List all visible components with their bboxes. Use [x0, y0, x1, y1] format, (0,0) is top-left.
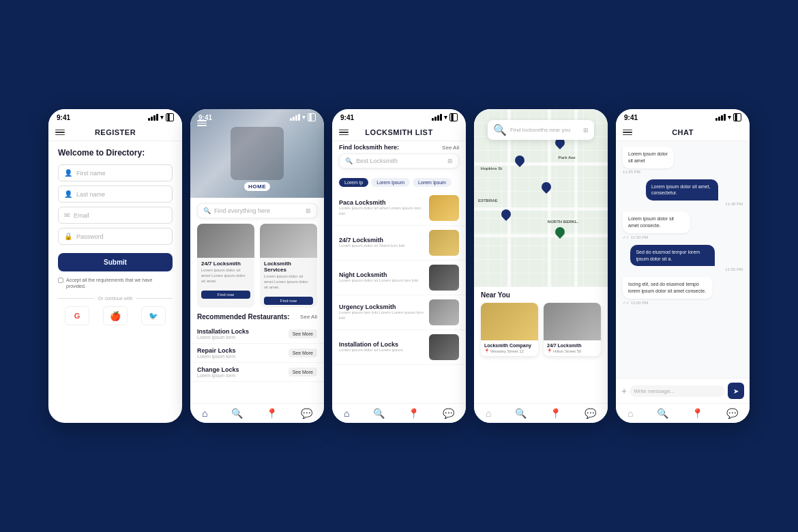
recommended-header: Recommended Restaurants: See All — [190, 313, 324, 321]
locksmith-info-3: Urgency Locksmith Lorem ipsum lorn loki … — [339, 304, 425, 321]
home-search-bar[interactable]: 🔍 Find everything here ⊞ — [197, 203, 317, 218]
send-button[interactable]: ➤ — [728, 383, 744, 399]
signal-bar-1 — [148, 118, 150, 121]
battery-icon-3: ▌ — [449, 113, 458, 121]
password-placeholder: Password — [76, 233, 104, 240]
welcome-text: Welcome to Directory: — [58, 148, 173, 158]
recommended-see-all[interactable]: See All — [300, 314, 317, 320]
search-nav-icon-4[interactable]: 🔍 — [515, 408, 527, 419]
list-item-sub-2: Lorem ipsum lorm — [197, 354, 236, 359]
location-nav-icon-4[interactable]: 📍 — [550, 408, 561, 419]
card-img-1 — [197, 224, 254, 258]
home-nav-icon-5[interactable]: ⌂ — [627, 408, 633, 419]
home-nav-icon-2[interactable]: ⌂ — [202, 408, 207, 419]
email-field[interactable]: ✉ Email — [58, 207, 173, 224]
see-more-btn-2[interactable]: See More — [289, 349, 317, 357]
near-card-body-1: 24/7 Locksmith 📍 Hilton Street 50 — [544, 340, 601, 356]
status-time-5: 9:41 — [624, 114, 638, 121]
locksmith-list-items: Paca Locksmith Lorem ipsum dolor sit ame… — [332, 191, 466, 403]
hamburger-menu-3[interactable] — [339, 130, 349, 136]
status-icons-5: ▾ ▌ — [715, 113, 741, 121]
nav-title-5: CHAT — [632, 128, 733, 136]
locksmith-search-bar[interactable]: 🔍 Best Locksmith ⊞ — [339, 153, 459, 168]
near-card-addr-0: 📍 Weasley Street 12 — [484, 349, 535, 353]
firstname-field[interactable]: 👤 First name — [58, 164, 173, 181]
card-desc-1: Lorem ipsum dolor sit amet Lorem ipsum d… — [201, 268, 250, 284]
nav-bar-1: REGISTER — [48, 124, 182, 141]
locksmith-name-0: Paca Locksmith — [339, 199, 425, 206]
locksmith-info-0: Paca Locksmith Lorem ipsum dolor sit ame… — [339, 199, 425, 217]
google-button[interactable]: G — [65, 306, 89, 325]
hamburger-menu-5[interactable] — [623, 130, 632, 136]
signal-bars-5 — [715, 114, 726, 121]
home-nav-icon-3[interactable]: ⌂ — [344, 408, 349, 419]
search-placeholder-home: Find everything here — [214, 207, 302, 214]
msg-wrapper-3: Sed do eiusmod tempor lorem ipsum dolor … — [630, 245, 743, 272]
chip-2[interactable]: Lorem Ipsum — [413, 178, 452, 187]
lock-icon: 🔒 — [64, 233, 72, 240]
apple-button[interactable]: 🍎 — [103, 306, 128, 325]
card-btn-2[interactable]: Find now — [264, 297, 313, 305]
chat-nav-icon-2[interactable]: 💬 — [301, 408, 312, 419]
map-road-h3 — [474, 234, 608, 237]
locksmith-desc-4: Lorem ipsum dolor sit Lorem ipsum — [339, 348, 425, 353]
filter-icon-locksmith: ⊞ — [447, 158, 453, 164]
msg-time-2: ✓✓ 11:50 PM — [623, 235, 713, 239]
status-bar-3: 9:41 ▾ ▌ — [332, 109, 466, 124]
location-nav-icon-3[interactable]: 📍 — [408, 408, 419, 419]
signal-bar-4 — [156, 114, 158, 121]
twitter-button[interactable]: 🐦 — [141, 306, 166, 325]
envelope-icon: ✉ — [64, 211, 70, 219]
password-field[interactable]: 🔒 Password — [58, 228, 173, 245]
location-nav-icon-2[interactable]: 📍 — [266, 408, 278, 419]
home-nav-icon-4[interactable]: ⌂ — [486, 408, 491, 419]
filter-chips: Lorem lp Lorem Ipsum Lorem Ipsum — [332, 178, 466, 187]
chat-nav-icon-5[interactable]: 💬 — [726, 408, 738, 419]
search-nav-icon-5[interactable]: 🔍 — [657, 408, 668, 419]
terms-checkbox[interactable] — [58, 278, 63, 283]
chat-nav-icon-3[interactable]: 💬 — [443, 408, 454, 419]
card-body-2: Locksmith Services Lorem ipsum dolor sit… — [260, 258, 317, 308]
msg-time-4: ✓✓ 12:00 PM — [623, 300, 743, 305]
see-more-btn-3[interactable]: See More — [289, 368, 317, 376]
near-card-name-1: 24/7 Locksmith — [547, 343, 597, 348]
map-pin-4 — [501, 207, 512, 221]
bottom-nav-5: ⌂ 🔍 📍 💬 — [616, 403, 750, 423]
near-you-title: Near You — [481, 291, 601, 299]
map-road-h2 — [474, 207, 608, 211]
hamburger-menu-2[interactable] — [197, 120, 207, 126]
submit-button[interactable]: Submit — [58, 253, 173, 271]
card-btn-1[interactable]: Find now — [201, 291, 250, 299]
see-more-btn-1[interactable]: See More — [289, 329, 317, 338]
home-label-badge: HOME — [244, 179, 270, 191]
locksmith-img-1 — [429, 230, 459, 256]
search-nav-icon-3[interactable]: 🔍 — [373, 408, 385, 419]
status-time-1: 9:41 — [57, 114, 70, 121]
chip-1[interactable]: Lorem Ipsum — [371, 178, 410, 187]
location-nav-icon-5[interactable]: 📍 — [692, 408, 703, 419]
phones-container: 9:41 ▾ ▌ REGISTER Welcome to Directory: — [35, 95, 763, 437]
hamburger-menu-1[interactable] — [55, 130, 65, 136]
phone-locksmith-list: 9:41 ▾ ▌ LOCKSMITH LIST Find locksmit — [332, 109, 466, 423]
nav-bar-5: CHAT — [616, 124, 750, 141]
locksmith-desc-1: Lorem ipsum dolor sit Sitent lorn loki — [339, 243, 425, 249]
chat-nav-icon-4[interactable]: 💬 — [585, 408, 596, 419]
filter-icon-home: ⊞ — [306, 207, 311, 214]
map-label-1: Park Ave — [558, 156, 575, 160]
map-pin-3 — [541, 180, 552, 194]
chat-input-field[interactable]: Write message... — [630, 385, 725, 397]
locksmith-name-2: Night Locksmith — [339, 271, 425, 278]
map-search-bar[interactable]: 🔍 Find locksmiths near you ⊞ — [488, 120, 594, 140]
social-row: G 🍎 🐦 — [58, 306, 173, 325]
map-label-4: NORTH BERKL. — [548, 220, 578, 224]
nav-title-1: REGISTER — [65, 128, 166, 136]
locksmith-see-all[interactable]: See All — [442, 145, 459, 151]
search-icon-locksmith: 🔍 — [345, 158, 353, 164]
signal-bar-3 — [153, 115, 156, 121]
near-card-name-0: Locksmith Company — [484, 343, 535, 348]
chip-0[interactable]: Lorem lp — [339, 178, 368, 187]
msg-wrapper-1: Lorem ipsum dolor sit amet, consectetur.… — [646, 179, 743, 207]
lastname-field[interactable]: 👤 Last name — [58, 186, 173, 203]
search-nav-icon-2[interactable]: 🔍 — [231, 408, 243, 419]
add-attachment-button[interactable]: + — [621, 385, 627, 396]
